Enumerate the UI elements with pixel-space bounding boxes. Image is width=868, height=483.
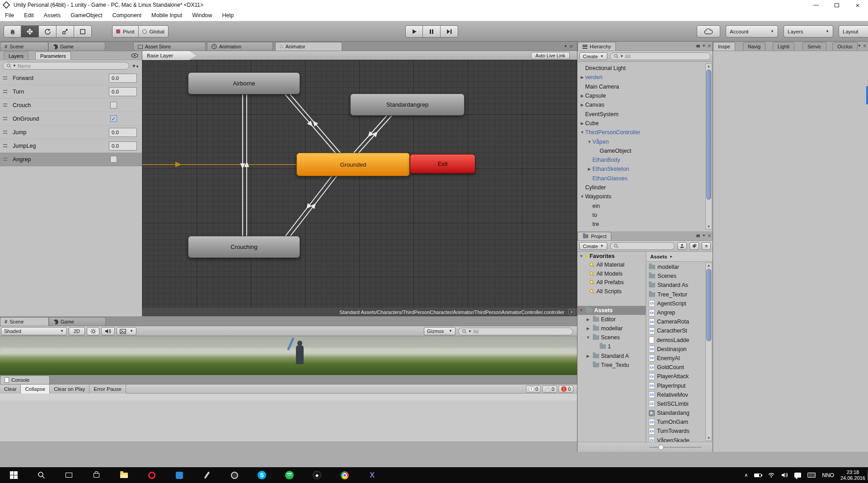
foldout-open-icon[interactable]: ▼ — [579, 130, 585, 135]
tab-game[interactable]: Game — [48, 42, 105, 51]
scrollbar-thumb[interactable] — [706, 269, 711, 341]
foldout-open-icon[interactable]: ▼ — [579, 194, 585, 199]
layout-dropdown[interactable]: Layout▼ — [839, 25, 868, 38]
asset-enemyai[interactable]: C#EnemyAI — [647, 354, 713, 363]
project-folder-standard-a[interactable]: ▶Standard A — [577, 351, 646, 360]
draw-mode-dropdown[interactable]: Shaded▼ — [1, 327, 67, 335]
hierarchy-item-cube[interactable]: ▶Cube — [577, 119, 713, 128]
tab-navig[interactable]: Navig — [743, 42, 765, 51]
hierarchy-create-button[interactable]: Create▼ — [579, 52, 607, 60]
maximize-button[interactable] — [826, 0, 847, 10]
info-count-badge[interactable]: !0 — [526, 385, 541, 393]
scroll-down-icon[interactable]: ▼ — [706, 225, 712, 229]
foldout-closed-icon[interactable]: ▶ — [579, 75, 585, 80]
foldout-closed-icon[interactable]: ▶ — [586, 167, 592, 171]
taskbar-clock[interactable]: 23:18 24.06.2016 — [840, 469, 865, 481]
hierarchy-item-ethanskeleton[interactable]: ▶EthanSkeleton — [577, 164, 713, 174]
parameter-row[interactable]: Jump0.0 — [0, 126, 142, 139]
tab-inspe[interactable]: Inspe — [713, 42, 735, 51]
menu-icon[interactable]: ≡ — [708, 43, 711, 48]
assets-breadcrumb[interactable]: Assets ▼ — [647, 252, 713, 262]
parameter-value-field[interactable]: 0.0 — [109, 141, 137, 150]
hierarchy-item-directional-light[interactable]: Directional Light — [577, 64, 713, 73]
tab-scene-view-game[interactable]: Game — [49, 317, 106, 326]
parameter-value-field[interactable]: 0.0 — [109, 74, 137, 83]
asset-modellar[interactable]: modellar — [647, 263, 713, 272]
hierarchy-item-canvas[interactable]: ▶Canvas — [577, 100, 713, 109]
taskbar-file-explorer[interactable] — [110, 467, 138, 483]
taskbar-search[interactable] — [28, 467, 55, 483]
parameter-checkbox[interactable] — [110, 156, 117, 163]
error-count-badge[interactable]: !0 — [558, 385, 573, 393]
scrollbar-thumb[interactable] — [706, 70, 711, 200]
state-exit[interactable]: Exit — [410, 154, 475, 174]
param-search-input[interactable]: ▼ Name — [3, 62, 129, 70]
language-indicator[interactable]: NNO — [822, 472, 834, 478]
menu-edit[interactable]: Edit — [19, 12, 39, 19]
step-button[interactable] — [441, 25, 458, 38]
asset-turnongam[interactable]: C#TurnOnGam — [647, 417, 713, 427]
parameter-row[interactable]: Angrep — [0, 153, 142, 166]
menu-mobile-input[interactable]: Mobile Input — [146, 12, 187, 19]
parameter-row[interactable]: Crouch — [0, 98, 142, 112]
console-error-pause-button[interactable]: Error Pause — [89, 385, 126, 394]
asset-standard-as[interactable]: Standard As — [647, 281, 713, 290]
drag-handle-icon[interactable] — [3, 103, 7, 107]
add-parameter-button[interactable]: +▼ — [132, 62, 139, 69]
global-button[interactable]: Global — [139, 25, 169, 38]
tab-asset-store[interactable]: Asset Store — [133, 42, 206, 51]
asset-turntowards[interactable]: C#TurnTowards — [647, 427, 713, 436]
asset-caractherst[interactable]: C#CaractherSt — [647, 326, 713, 335]
parameter-row[interactable]: Turn0.0 — [0, 85, 142, 98]
project-search-input[interactable] — [610, 242, 675, 250]
foldout-open-icon[interactable]: ▼ — [586, 140, 592, 144]
favorite-all-scripts[interactable]: All Scripts — [577, 287, 646, 296]
project-folder-tree_textu[interactable]: Tree_Textu — [577, 361, 646, 370]
menu-component[interactable]: Component — [107, 12, 146, 19]
parameter-row[interactable]: OnGround✓ — [0, 112, 142, 126]
hierarchy-item-verden[interactable]: ▶verden — [577, 73, 713, 82]
scroll-down-icon[interactable]: ▼ — [706, 436, 712, 440]
state-airborne[interactable]: Airborne — [188, 72, 300, 94]
taskbar-chrome[interactable] — [331, 467, 358, 483]
warning-count-badge[interactable]: 0 — [542, 385, 557, 393]
layers-dropdown[interactable]: Layers▼ — [784, 25, 833, 38]
foldout-closed-icon[interactable]: ▶ — [585, 354, 591, 358]
close-button[interactable]: × — [847, 0, 868, 10]
keyboard-icon[interactable] — [807, 473, 816, 478]
parameter-checkbox[interactable]: ✓ — [110, 115, 117, 122]
hand-tool-button[interactable] — [4, 25, 21, 38]
taskbar-tool[interactable] — [193, 467, 221, 483]
asset-destinasjon[interactable]: C#Destinasjon — [647, 345, 713, 354]
taskbar-task-view[interactable] — [55, 467, 83, 483]
hierarchy-item-thirdpersoncontroller[interactable]: ▼ThirdPersonController — [577, 128, 713, 137]
drag-handle-icon[interactable] — [3, 117, 7, 120]
gizmos-dropdown[interactable]: Gizmos▼ — [424, 327, 455, 335]
hierarchy-search-input[interactable]: ▼ All — [610, 52, 711, 60]
project-folder-editor[interactable]: ▶Editor — [577, 315, 646, 324]
2d-toggle-button[interactable]: 2D — [69, 327, 85, 335]
params-tab-parameters[interactable]: Parameters — [35, 52, 71, 60]
tab-animation[interactable]: Animation — [207, 42, 273, 51]
favorite-all-material[interactable]: All Material — [577, 261, 646, 270]
tab-lighti[interactable]: Lighti — [773, 42, 794, 51]
hierarchy-item-gameobject[interactable]: GameObject — [577, 146, 713, 155]
project-create-button[interactable]: Create▼ — [579, 242, 607, 250]
menu-icon[interactable]: ≡ — [708, 233, 711, 238]
scroll-up-icon[interactable]: ▲ — [706, 64, 712, 68]
drag-handle-icon[interactable] — [3, 131, 7, 134]
favorite-all-prefabs[interactable]: All Prefabs — [577, 278, 646, 287]
tab-scene[interactable]: #Scene — [0, 42, 48, 51]
tab-occlus[interactable]: Occlus — [832, 42, 858, 51]
state-machine-canvas[interactable]: AirborneStandardangrepGroundedExitCrouch… — [142, 60, 577, 308]
menu-file[interactable]: File — [0, 12, 19, 19]
taskbar-ring-app[interactable] — [221, 467, 248, 483]
notifications-icon[interactable] — [794, 473, 801, 478]
minimize-button[interactable] — [806, 0, 826, 10]
console-log-area[interactable] — [0, 394, 577, 442]
menu-help[interactable]: Help — [217, 12, 239, 19]
pause-button[interactable] — [423, 25, 441, 38]
volume-icon[interactable] — [781, 472, 788, 478]
auto-live-link-button[interactable]: Auto Live Link — [531, 52, 570, 59]
move-tool-button[interactable] — [21, 25, 39, 38]
